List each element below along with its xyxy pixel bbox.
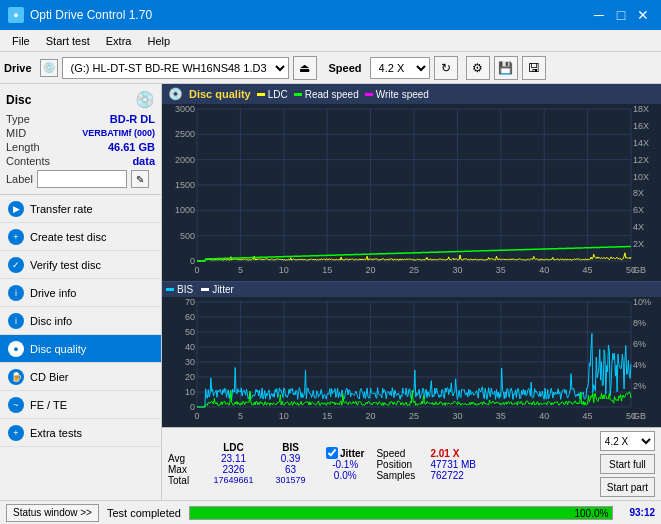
ldc-color: [257, 93, 265, 96]
menu-start-test[interactable]: Start test: [38, 33, 98, 49]
nav-verify-test-disc[interactable]: ✓ Verify test disc: [0, 251, 161, 279]
progress-bar-container: 100.0%: [189, 506, 614, 520]
nav-create-test-disc[interactable]: + Create test disc: [0, 223, 161, 251]
chart-disc-icon: 💿: [168, 87, 183, 101]
jitter-color: [201, 288, 209, 291]
nav-list: ▶ Transfer rate + Create test disc ✓ Ver…: [0, 195, 161, 447]
status-time: 93:12: [629, 507, 655, 518]
verify-test-disc-icon: ✓: [8, 257, 24, 273]
samples-stat-label: Samples: [376, 470, 428, 481]
start-full-button[interactable]: Start full: [600, 454, 655, 474]
legend-ldc: LDC: [257, 89, 288, 100]
save-button[interactable]: 🖫: [522, 56, 546, 80]
titlebar-left: ● Opti Drive Control 1.70: [8, 7, 152, 23]
bottom-chart-header: BIS Jitter: [162, 282, 661, 297]
disc-label-button[interactable]: ✎: [131, 170, 149, 188]
nav-disc-quality[interactable]: ● Disc quality: [0, 335, 161, 363]
max-label: Max: [168, 464, 204, 475]
position-stat-label: Position: [376, 459, 428, 470]
disc-type-row: Type BD-R DL: [6, 113, 155, 125]
close-button[interactable]: ✕: [633, 5, 653, 25]
start-part-button[interactable]: Start part: [600, 477, 655, 497]
mid-value: VERBATIMf (000): [82, 128, 155, 138]
chart-header: 💿 Disc quality LDC Read speed Write spee…: [162, 84, 661, 104]
ldc-chart-canvas: [162, 104, 661, 281]
ldc-bis-stats: LDC BIS Avg 23.11 0.39 Max 2326 63 Total…: [168, 442, 318, 486]
samples-stat-value: 762722: [430, 470, 490, 481]
titlebar-controls[interactable]: ─ □ ✕: [589, 5, 653, 25]
nav-label-disc-info: Disc info: [30, 315, 72, 327]
nav-extra-tests[interactable]: + Extra tests: [0, 419, 161, 447]
legend-ldc-label: LDC: [268, 89, 288, 100]
type-value: BD-R DL: [110, 113, 155, 125]
label-label: Label: [6, 173, 33, 185]
speed-pos-stats: Speed 2.01 X Position 47731 MB Samples 7…: [376, 448, 490, 481]
legend-bis: BIS: [166, 284, 193, 295]
menu-help[interactable]: Help: [139, 33, 178, 49]
drive-info-icon: i: [8, 285, 24, 301]
minimize-button[interactable]: ─: [589, 5, 609, 25]
action-speed-dropdown[interactable]: 4.2 X: [600, 431, 655, 451]
create-test-disc-icon: +: [8, 229, 24, 245]
max-bis: 63: [263, 464, 318, 475]
speed-stat-value: 2.01 X: [430, 448, 490, 459]
progress-text: 100.0%: [575, 507, 609, 520]
avg-label: Avg: [168, 453, 204, 464]
app-icon: ●: [8, 7, 24, 23]
nav-label-cd-bier: CD Bier: [30, 371, 69, 383]
max-ldc: 2326: [206, 464, 261, 475]
drive-icon: 💿: [40, 59, 58, 77]
total-ldc: 17649661: [206, 475, 261, 486]
status-window-button[interactable]: Status window >>: [6, 504, 99, 522]
drive-select[interactable]: (G:) HL-DT-ST BD-RE WH16NS48 1.D3: [62, 57, 289, 79]
config-button[interactable]: ⚙: [466, 56, 490, 80]
legend-write-speed: Write speed: [365, 89, 429, 100]
disc-quality-icon: ●: [8, 341, 24, 357]
bis-header: BIS: [263, 442, 318, 453]
nav-label-disc-quality: Disc quality: [30, 343, 86, 355]
nav-drive-info[interactable]: i Drive info: [0, 279, 161, 307]
nav-fe-te[interactable]: ~ FE / TE: [0, 391, 161, 419]
disc-button[interactable]: 💾: [494, 56, 518, 80]
legend-bis-label: BIS: [177, 284, 193, 295]
nav-label-drive-info: Drive info: [30, 287, 76, 299]
mid-label: MID: [6, 127, 26, 139]
nav-transfer-rate[interactable]: ▶ Transfer rate: [0, 195, 161, 223]
transfer-rate-icon: ▶: [8, 201, 24, 217]
nav-cd-bier[interactable]: 🍺 CD Bier: [0, 363, 161, 391]
disc-title: Disc: [6, 93, 31, 107]
jitter-header: Jitter: [340, 448, 364, 459]
legend-read-speed: Read speed: [294, 89, 359, 100]
avg-ldc: 23.11: [206, 453, 261, 464]
eject-button[interactable]: ⏏: [293, 56, 317, 80]
disc-section: Disc 💿 Type BD-R DL MID VERBATIMf (000) …: [0, 84, 161, 195]
bis-chart-canvas: [162, 297, 661, 427]
read-speed-color: [294, 93, 302, 96]
statusbar: Status window >> Test completed 100.0% 9…: [0, 500, 661, 524]
ldc-header: LDC: [206, 442, 261, 453]
legend-jitter-label: Jitter: [212, 284, 234, 295]
legend-read-speed-label: Read speed: [305, 89, 359, 100]
contents-value: data: [132, 155, 155, 167]
disc-label-input[interactable]: [37, 170, 127, 188]
titlebar: ● Opti Drive Control 1.70 ─ □ ✕: [0, 0, 661, 30]
menu-file[interactable]: File: [4, 33, 38, 49]
menubar: File Start test Extra Help: [0, 30, 661, 52]
speed-select[interactable]: 4.2 X: [370, 57, 430, 79]
right-panel: 💿 Disc quality LDC Read speed Write spee…: [162, 84, 661, 500]
cd-bier-icon: 🍺: [8, 369, 24, 385]
speed-stat-label: Speed: [376, 448, 428, 459]
left-panel: Disc 💿 Type BD-R DL MID VERBATIMf (000) …: [0, 84, 162, 500]
position-stat-value: 47731 MB: [430, 459, 490, 470]
menu-extra[interactable]: Extra: [98, 33, 140, 49]
top-chart: [162, 104, 661, 282]
jitter-checkbox[interactable]: [326, 447, 338, 459]
nav-disc-info[interactable]: i Disc info: [0, 307, 161, 335]
nav-label-verify-test-disc: Verify test disc: [30, 259, 101, 271]
maximize-button[interactable]: □: [611, 5, 631, 25]
avg-bis: 0.39: [263, 453, 318, 464]
refresh-button[interactable]: ↻: [434, 56, 458, 80]
stats-empty: [168, 442, 204, 453]
nav-label-extra-tests: Extra tests: [30, 427, 82, 439]
disc-icon: 💿: [135, 90, 155, 109]
